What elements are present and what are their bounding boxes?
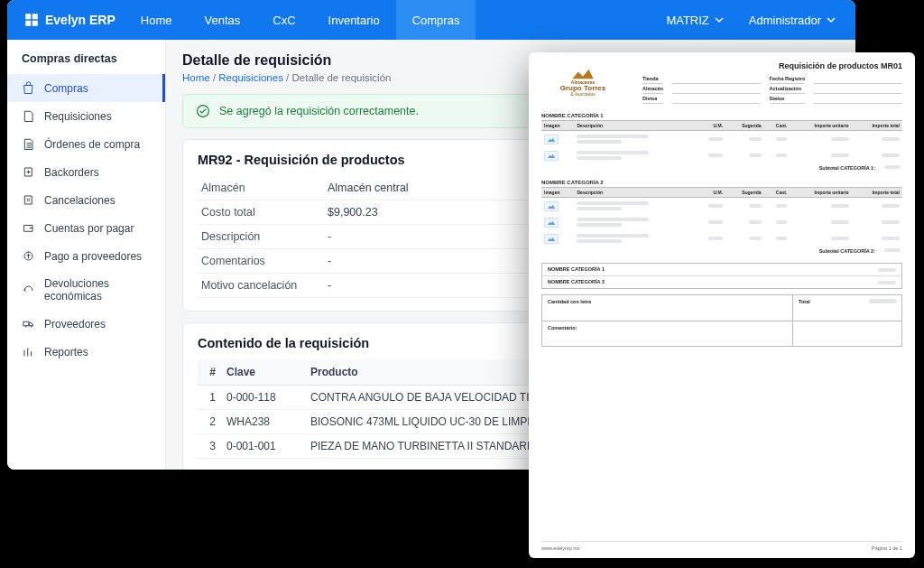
placeholder-bar — [577, 140, 622, 144]
sidebar-item-reportes[interactable]: Reportes — [7, 338, 165, 366]
sidebar-item-compras[interactable]: Compras — [7, 74, 165, 102]
placeholder-bar — [577, 201, 649, 205]
placeholder-bar — [749, 204, 762, 208]
pdf-qty-label: Cantidad con letra — [542, 295, 793, 321]
breadcrumb-item[interactable]: Requisiciones — [218, 72, 283, 83]
placeholder-bar — [882, 220, 900, 224]
placeholder-bar — [708, 137, 723, 141]
placeholder-bar — [882, 237, 900, 240]
pdf-footer-page: Página 1 de 1 — [872, 545, 902, 551]
pdf-meta-cell — [672, 76, 761, 84]
pdf-meta-cell: Almacén — [642, 86, 663, 94]
doc-list-icon — [22, 137, 35, 151]
pdf-image-placeholder — [544, 201, 559, 211]
sidebar-items: ComprasRequisicionesÓrdenes de compraBac… — [7, 74, 165, 366]
doc-icon — [22, 109, 35, 123]
sidebar-item-label: Proveedores — [44, 318, 106, 331]
placeholder-bar — [882, 137, 900, 141]
pdf-table-row — [541, 214, 902, 230]
org-switcher[interactable]: MATRIZ — [653, 14, 735, 27]
placeholder-bar — [749, 137, 762, 141]
check-circle-icon — [196, 104, 210, 118]
pdf-table-row — [541, 147, 902, 163]
sidebar-item-label: Compras — [44, 82, 88, 95]
pdf-category-name: NOMBRE CATEGORÍA 1 — [541, 113, 902, 118]
pdf-meta-cell: Divisa — [642, 96, 663, 104]
placeholder-bar — [708, 220, 723, 224]
chevron-down-icon — [827, 15, 836, 24]
placeholder-bar — [708, 204, 723, 208]
nav-item-inventario[interactable]: Inventario — [312, 0, 396, 40]
pdf-image-placeholder — [544, 234, 559, 244]
pdf-table-row — [541, 198, 902, 215]
chart-icon — [22, 345, 35, 358]
placeholder-bar — [749, 154, 762, 157]
breadcrumb-item[interactable]: Home — [182, 72, 210, 83]
placeholder-bar — [882, 154, 900, 157]
pdf-subtotal: Subtotal CATEGORÍA 2: — [541, 248, 902, 254]
sidebar-item-label: Órdenes de compra — [44, 138, 140, 151]
pdf-category-table: ImagenDescripciónU.M.SugeridaCant.Import… — [541, 120, 902, 163]
placeholder-bar — [708, 154, 723, 157]
pdf-summary-row: NOMBRE CATEGORÍA 2 — [542, 276, 901, 288]
req-col-1: Clave — [221, 359, 305, 386]
sidebar-item-label: Requisiciones — [44, 110, 112, 123]
pdf-category: NOMBRE CATEGORÍA 1 ImagenDescripciónU.M.… — [541, 113, 902, 171]
placeholder-bar — [776, 204, 787, 208]
brand-logo-icon — [23, 12, 40, 28]
nav-item-compras[interactable]: Compras — [396, 0, 476, 40]
placeholder-bar — [882, 204, 900, 208]
brand[interactable]: Evelyn ERP — [14, 0, 125, 40]
sidebar-item-backorders[interactable]: Backorders — [7, 158, 165, 186]
placeholder-bar — [878, 268, 896, 272]
nav-item-ventas[interactable]: Ventas — [189, 0, 257, 40]
pdf-preview: Almacenes Grupo Torres & Asociados Requi… — [529, 52, 915, 558]
pdf-title: Requisición de productos MR01 — [642, 61, 902, 70]
placeholder-bar — [831, 154, 849, 157]
cancel-icon — [22, 193, 35, 207]
pdf-meta-cell: Actualización — [770, 86, 806, 94]
placeholder-bar — [776, 137, 787, 141]
placeholder-bar — [577, 223, 622, 227]
pdf-meta-cell: Fecha Registro — [770, 76, 806, 84]
sidebar-item-label: Cancelaciones — [44, 194, 116, 207]
sidebar-item-proveedores[interactable]: Proveedores — [7, 310, 165, 338]
pdf-image-placeholder — [544, 218, 559, 228]
sidebar-item-label: Reportes — [44, 346, 88, 358]
sidebar-item-órdenes-de-compra[interactable]: Órdenes de compra — [7, 130, 165, 158]
pdf-meta-cell: Tienda — [642, 76, 663, 84]
placeholder-bar — [776, 154, 787, 157]
pdf-totals-box: Cantidad con letra Total Comentario: — [541, 294, 902, 347]
placeholder-bar — [749, 220, 762, 224]
pdf-total-cell: Total — [793, 295, 901, 321]
sidebar-title: Compras directas — [7, 40, 165, 74]
sidebar-item-label: Cuentas por pagar — [44, 222, 134, 235]
bag-icon — [22, 81, 35, 95]
placeholder-bar — [831, 220, 849, 224]
sidebar-item-cuentas-por-pagar[interactable]: Cuentas por pagar — [7, 214, 165, 242]
pdf-table-row — [541, 131, 902, 148]
pdf-meta-cell — [814, 86, 902, 94]
pdf-footer: www.evelynrp.mx Página 1 de 1 — [541, 541, 902, 551]
pdf-category-name: NOMBRE CATEGORÍA 2 — [541, 180, 902, 185]
pdf-meta-cell — [814, 96, 902, 104]
pdf-logo-icon — [571, 68, 595, 80]
pdf-category-summary: NOMBRE CATEGORÍA 1NOMBRE CATEGORÍA 2 — [541, 263, 902, 289]
placeholder-bar — [708, 237, 723, 240]
placeholder-bar — [577, 156, 622, 160]
sidebar-item-pago-a-proveedores[interactable]: Pago a proveedores — [7, 242, 165, 270]
pdf-category-table: ImagenDescripciónU.M.SugeridaCant.Import… — [541, 187, 902, 247]
nav-item-home[interactable]: Home — [125, 0, 189, 40]
placeholder-bar — [776, 220, 787, 224]
placeholder-bar — [831, 137, 849, 141]
cash-icon — [22, 249, 35, 263]
sidebar-item-devoluciones-económicas[interactable]: Devoluciones económicas — [7, 270, 165, 310]
placeholder-bar — [577, 151, 649, 154]
sidebar-item-cancelaciones[interactable]: Cancelaciones — [7, 186, 165, 214]
top-nav: HomeVentasCxCInventarioCompras — [125, 0, 476, 40]
nav-item-cxc[interactable]: CxC — [256, 0, 311, 40]
user-name: Administrador — [749, 14, 821, 27]
placeholder-bar — [831, 237, 849, 240]
user-menu[interactable]: Administrador — [736, 14, 848, 27]
sidebar-item-requisiciones[interactable]: Requisiciones — [7, 102, 165, 130]
